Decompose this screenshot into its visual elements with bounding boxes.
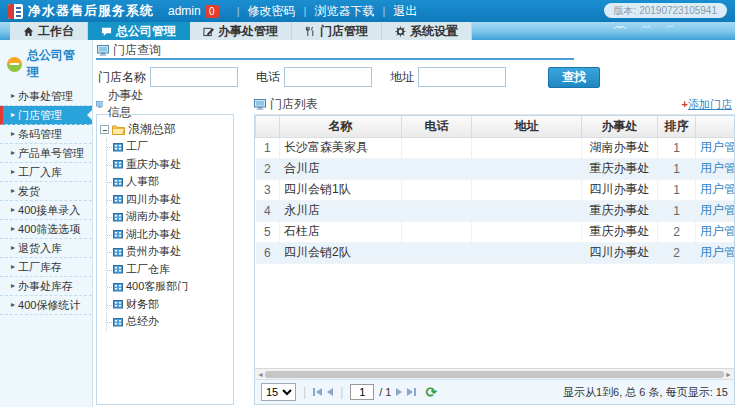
sidebar-item-400接单录入[interactable]: ▸400接单录入 — [0, 201, 92, 220]
sidebar-item-label: 退货入库 — [18, 239, 62, 257]
triangle-bullet-icon: ▸ — [11, 258, 15, 276]
sidebar-item-工厂库存[interactable]: ▸工厂库存 — [0, 258, 92, 277]
monitor-icon — [254, 99, 266, 110]
store-table: 名称电话地址办事处排序操作 1长沙富森美家具湖南办事处1用户管理修改2合川店重庆… — [255, 116, 734, 264]
tree-node-贵州办事处[interactable]: 贵州办事处 — [107, 243, 230, 261]
column-header: 排序 — [658, 116, 696, 137]
cell-address — [472, 221, 582, 242]
user-manage-link[interactable]: 用户管理 — [700, 203, 734, 217]
cell-actions: 用户管理修改 — [696, 221, 735, 242]
topbar-link[interactable]: 浏览器下载 — [314, 3, 374, 20]
tree-node-总经办[interactable]: 总经办 — [107, 313, 230, 331]
cell-actions: 用户管理修改 — [696, 179, 735, 200]
pagination-bar: 15 | | / 1 ⟳ 显示从1到6, 总 6 条, 每页显示: 15 — [255, 379, 734, 404]
user-manage-link[interactable]: 用户管理 — [700, 161, 734, 175]
cell-name: 四川会销2队 — [280, 242, 402, 263]
address-input[interactable] — [418, 67, 506, 87]
tab-系统设置[interactable]: 系统设置 — [382, 22, 472, 40]
topbar-link[interactable]: 修改密码 — [248, 3, 296, 20]
sidebar-item-条码管理[interactable]: ▸条码管理 — [0, 125, 92, 144]
triangle-bullet-icon: ▸ — [11, 201, 15, 219]
sidebar-item-label: 门店管理 — [18, 106, 62, 124]
tree-node-label: 工厂仓库 — [126, 262, 170, 277]
sidebar-item-label: 办事处管理 — [18, 87, 73, 105]
sidebar-item-办事处管理[interactable]: ▸办事处管理 — [0, 87, 92, 106]
table-header-row: 名称电话地址办事处排序操作 — [256, 116, 735, 137]
tree-node-重庆办事处[interactable]: 重庆办事处 — [107, 156, 230, 174]
refresh-icon[interactable]: ⟳ — [425, 384, 437, 400]
tab-门店管理[interactable]: 门店管理 — [292, 22, 382, 40]
sidebar-item-400筛选选项[interactable]: ▸400筛选选项 — [0, 220, 92, 239]
sidebar-item-办事处库存[interactable]: ▸办事处库存 — [0, 277, 92, 296]
tree-node-400客服部门[interactable]: 400客服部门 — [107, 278, 230, 296]
store-name-input[interactable] — [150, 67, 238, 87]
tree-node-四川办事处[interactable]: 四川办事处 — [107, 191, 230, 209]
search-button[interactable]: 查找 — [548, 67, 600, 88]
tree-node-label: 湖北办事处 — [126, 227, 181, 242]
topbar-link[interactable]: 退出 — [393, 3, 417, 20]
sidebar-item-label: 产品单号管理 — [18, 144, 84, 162]
sidebar-item-400保修统计[interactable]: ▸400保修统计 — [0, 296, 92, 315]
cell-address — [472, 179, 582, 200]
user-manage-link[interactable]: 用户管理 — [700, 224, 734, 238]
user-manage-link[interactable]: 用户管理 — [700, 245, 734, 259]
tree-node-湖南办事处[interactable]: 湖南办事处 — [107, 208, 230, 226]
tab-label: 总公司管理 — [116, 22, 176, 40]
tree-root-node[interactable]: 浪潮总部 — [100, 121, 230, 138]
triangle-bullet-icon: ▸ — [11, 87, 15, 105]
phone-label: 电话 — [256, 69, 280, 86]
sidebar-item-产品单号管理[interactable]: ▸产品单号管理 — [0, 144, 92, 163]
sidebar: 总公司管理 ▸办事处管理▸门店管理▸条码管理▸产品单号管理▸工厂入库▸发货▸40… — [0, 40, 93, 407]
page-number-input[interactable] — [350, 384, 374, 400]
cell-office: 四川办事处 — [582, 242, 658, 263]
column-header: 电话 — [402, 116, 472, 137]
tab-总公司管理[interactable]: 总公司管理 — [88, 22, 190, 40]
tree-node-工厂仓库[interactable]: 工厂仓库 — [107, 261, 230, 279]
tree-node-人事部[interactable]: 人事部 — [107, 173, 230, 191]
prev-page-button[interactable] — [327, 388, 333, 396]
topbar-separator: | — [237, 5, 240, 17]
add-store-link[interactable]: +添加门店 — [682, 97, 732, 112]
tab-办事处管理[interactable]: 办事处管理 — [190, 22, 292, 40]
building-icon — [113, 177, 123, 187]
scroll-right-icon[interactable]: ► — [725, 371, 732, 378]
user-manage-link[interactable]: 用户管理 — [700, 182, 734, 196]
tab-工作台[interactable]: 工作台 — [10, 22, 88, 40]
content: 门店查询 门店名称 电话 地址 查找 办事处信息 — [93, 40, 735, 407]
sidebar-item-工厂入库[interactable]: ▸工厂入库 — [0, 163, 92, 182]
tree-node-label: 财务部 — [126, 297, 159, 312]
horizontal-scrollbar[interactable]: ◄ ► — [255, 368, 734, 379]
first-page-button[interactable] — [313, 388, 322, 396]
search-form: 门店名称 电话 地址 查找 — [96, 62, 735, 92]
message-count-badge[interactable]: 0 — [205, 5, 219, 18]
scrollbar-thumb[interactable] — [265, 371, 724, 378]
office-tree: 浪潮总部 工厂重庆办事处人事部四川办事处湖南办事处湖北办事处贵州办事处工厂仓库4… — [96, 114, 234, 405]
next-page-button[interactable] — [396, 388, 402, 396]
last-page-button[interactable] — [407, 388, 416, 396]
table-row: 2合川店重庆办事处1用户管理修改 — [256, 158, 735, 179]
cell-address — [472, 200, 582, 221]
tree-node-工厂[interactable]: 工厂 — [107, 138, 230, 156]
tree-node-湖北办事处[interactable]: 湖北办事处 — [107, 226, 230, 244]
triangle-bullet-icon: ▸ — [11, 220, 15, 238]
phone-input[interactable] — [284, 67, 372, 87]
table-row: 6四川会销2队四川办事处2用户管理修改 — [256, 242, 735, 263]
sidebar-item-门店管理[interactable]: ▸门店管理 — [0, 106, 92, 125]
user-manage-link[interactable]: 用户管理 — [700, 140, 734, 154]
cell-sort: 1 — [658, 179, 696, 200]
collapse-icon[interactable] — [100, 125, 109, 134]
cell-office: 重庆办事处 — [582, 158, 658, 179]
tree-children: 工厂重庆办事处人事部四川办事处湖南办事处湖北办事处贵州办事处工厂仓库400客服部… — [106, 138, 230, 331]
sidebar-item-发货[interactable]: ▸发货 — [0, 182, 92, 201]
scroll-left-icon[interactable]: ◄ — [257, 371, 264, 378]
sidebar-item-退货入库[interactable]: ▸退货入库 — [0, 239, 92, 258]
tree-node-财务部[interactable]: 财务部 — [107, 296, 230, 314]
cell-phone — [402, 179, 472, 200]
cell-num: 2 — [256, 158, 280, 179]
cell-sort: 1 — [658, 158, 696, 179]
cell-sort: 2 — [658, 242, 696, 263]
cell-sort: 2 — [658, 221, 696, 242]
pager-separator: | — [303, 385, 306, 399]
page-size-select[interactable]: 15 — [261, 383, 296, 401]
cell-num: 3 — [256, 179, 280, 200]
